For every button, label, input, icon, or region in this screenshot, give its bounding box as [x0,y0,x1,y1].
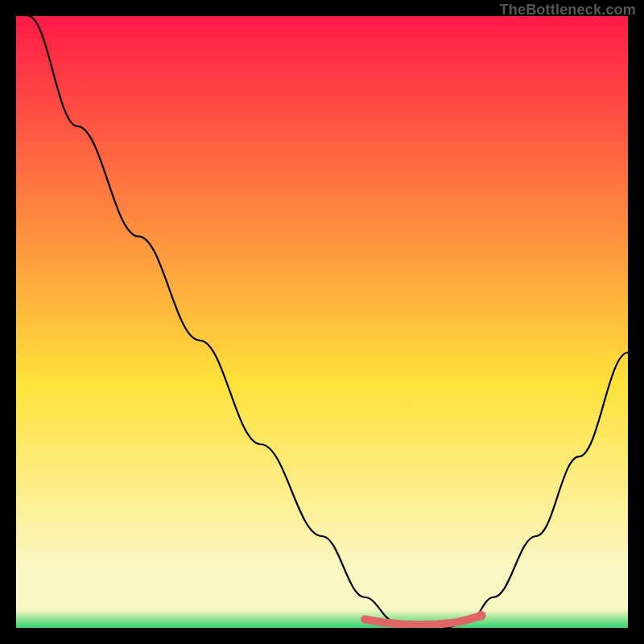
plot-area [16,16,628,628]
svg-point-1 [477,611,486,621]
optimal-range-markers [16,16,628,628]
chart-frame: TheBottleneck.com [0,0,644,644]
attribution-text: TheBottleneck.com [500,2,636,19]
